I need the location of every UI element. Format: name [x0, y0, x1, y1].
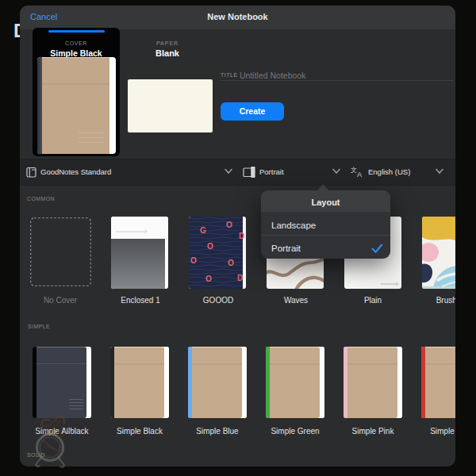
svg-text:文: 文 [351, 167, 357, 174]
svg-text:A: A [357, 171, 362, 178]
